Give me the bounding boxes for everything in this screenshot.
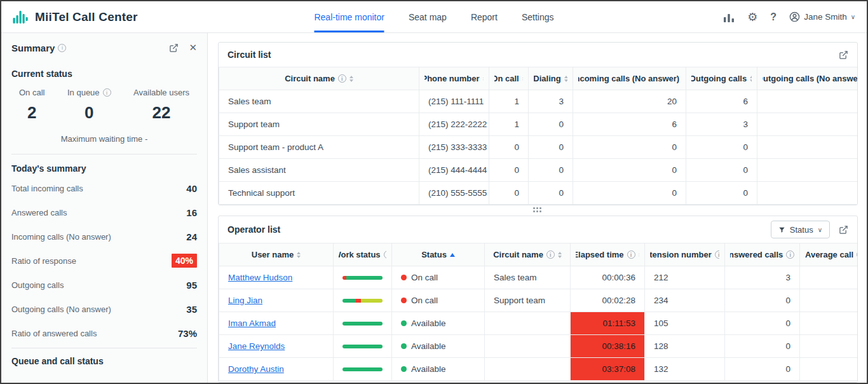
- circuit-name-cell: Support team - product A: [219, 136, 419, 159]
- work-status-cell: [334, 335, 392, 358]
- ratio-of-response-badge: 40%: [172, 254, 197, 268]
- status-cell: Available: [392, 312, 485, 335]
- sort-icon: [564, 76, 567, 82]
- col-user-name[interactable]: User name: [219, 243, 334, 266]
- elapsed-time-alert-cell: 00:38:16: [571, 335, 645, 358]
- summary-row: Outgoing calls 95: [11, 273, 197, 297]
- col-circuit-name[interactable]: Circuit name: [219, 67, 419, 90]
- operator-name-link[interactable]: Dorothy Austin: [228, 364, 284, 374]
- metric-on-call: On call 2: [19, 88, 44, 123]
- chevron-down-icon: ∨: [851, 13, 855, 20]
- summary-row-value: 40: [186, 183, 197, 194]
- summary-row: Incoming calls (No answer) 24: [11, 224, 197, 249]
- app-title: MiiTel Call Center: [35, 10, 138, 24]
- col-outgoing-no-answer[interactable]: Outgoing calls (No answer): [757, 67, 858, 90]
- metric-on-call-label: On call: [19, 88, 44, 97]
- work-status-bar: [342, 322, 383, 326]
- phone-cell: (210) 555-5555: [419, 182, 489, 205]
- elapsed-time-cell: 00:02:28: [571, 289, 645, 312]
- sort-icon: [349, 76, 353, 82]
- summary-close-icon[interactable]: ✕: [189, 42, 197, 53]
- sort-icon: [522, 76, 523, 82]
- col-status[interactable]: Status: [392, 243, 485, 266]
- info-icon[interactable]: [786, 250, 794, 259]
- col-incoming-no-answer[interactable]: Incoming calls (No answer): [573, 67, 686, 90]
- circuit-row: Support team (215) 222-2222 1 0 6 3: [219, 113, 858, 136]
- summary-open-external-icon[interactable]: [169, 43, 179, 53]
- analytics-chart-icon[interactable]: [723, 12, 735, 22]
- info-icon[interactable]: [546, 250, 555, 259]
- col-on-call[interactable]: On call: [489, 67, 529, 90]
- operator-name-link[interactable]: Matthew Hudson: [228, 273, 292, 282]
- operator-list-open-external-icon[interactable]: [839, 225, 848, 235]
- elapsed-time-alert-cell: 03:37:08: [571, 358, 645, 381]
- operator-name-link[interactable]: Iman Akmad: [228, 319, 276, 328]
- miitel-logo-icon: [13, 10, 29, 25]
- metric-in-queue-value: 0: [67, 103, 111, 123]
- status-filter-button[interactable]: Status ∨: [771, 221, 830, 238]
- sort-ascending-icon: [450, 253, 455, 257]
- work-status-cell: [334, 358, 392, 381]
- operator-row: Matthew Hudson On call Sales team 00:00:…: [219, 266, 858, 289]
- summary-sidebar: Summary ✕ Current status On call 2 In qu…: [1, 33, 208, 383]
- info-icon[interactable]: [715, 250, 719, 259]
- panel-resize-handle[interactable]: [218, 205, 858, 216]
- elapsed-time-alert-cell: 01:11:53: [571, 312, 645, 335]
- work-status-bar: [342, 367, 383, 371]
- work-status-cell: [334, 266, 392, 289]
- info-icon[interactable]: [627, 250, 635, 259]
- status-cell: On call: [392, 289, 485, 312]
- tab-report[interactable]: Report: [471, 1, 498, 32]
- tab-seat-map[interactable]: Seat map: [409, 1, 447, 32]
- work-status-cell: [334, 289, 392, 312]
- summary-row-value: 35: [186, 304, 197, 315]
- sort-icon: [750, 76, 752, 82]
- top-navbar: MiiTel Call Center Real-time monitor Sea…: [1, 1, 867, 33]
- col-outgoing-calls[interactable]: Outgoing calls: [686, 67, 757, 90]
- circuit-name-cell: Sales team: [219, 90, 419, 113]
- col-answered-calls[interactable]: Answered calls: [725, 243, 800, 266]
- col-dialing[interactable]: Dialing: [529, 67, 573, 90]
- operator-name-link[interactable]: Jane Reynolds: [228, 341, 285, 351]
- col-elapsed-time[interactable]: Elapsed time: [571, 243, 645, 266]
- sort-icon: [483, 76, 484, 82]
- col-extension-number[interactable]: Extension number: [645, 243, 725, 266]
- brand: MiiTel Call Center: [13, 10, 138, 25]
- tab-settings[interactable]: Settings: [522, 1, 554, 32]
- col-work-status[interactable]: Work status: [334, 243, 392, 266]
- phone-cell: (215) 333-3333: [419, 136, 489, 159]
- gear-icon[interactable]: ⚙: [747, 11, 757, 23]
- summary-row-value: 95: [186, 280, 197, 291]
- info-icon[interactable]: [857, 250, 858, 259]
- info-icon[interactable]: [384, 250, 386, 259]
- circuit-row: Sales assistant (215) 444-4444 0 0 0 0: [219, 159, 858, 182]
- operator-name-link[interactable]: Ling Jian: [228, 296, 262, 305]
- in-queue-info-icon[interactable]: [103, 88, 111, 97]
- summary-row: Ratio of response 40%: [11, 249, 197, 273]
- phone-cell: (215) 222-2222: [419, 113, 489, 136]
- work-status-bar: [342, 345, 383, 348]
- help-icon[interactable]: ?: [770, 12, 776, 22]
- col-phone-number[interactable]: Phone number: [419, 67, 489, 90]
- status-dot: [401, 298, 407, 303]
- summary-title: Summary: [11, 43, 55, 53]
- summary-info-icon[interactable]: [58, 44, 66, 52]
- circuit-list-open-external-icon[interactable]: [839, 50, 848, 60]
- col-circuit-name[interactable]: Circuit name: [485, 243, 571, 266]
- summary-header: Summary ✕: [11, 42, 197, 53]
- circuit-name-cell: Technical support: [219, 182, 419, 205]
- info-icon[interactable]: [338, 74, 346, 83]
- circuit-row: Support team - product A (215) 333-3333 …: [219, 136, 858, 159]
- status-cell: On call: [392, 266, 485, 289]
- current-status-metrics: On call 2 In queue 0 Available users 22: [11, 88, 197, 123]
- user-menu[interactable]: Jane Smith ∨: [789, 11, 855, 22]
- summary-row: Answered calls 16: [11, 200, 197, 224]
- queue-and-call-status-heading: Queue and call status: [11, 356, 197, 366]
- sort-icon: [558, 252, 562, 258]
- summary-row-value: 73%: [178, 328, 197, 339]
- summary-row: Total incoming calls 40: [11, 176, 197, 200]
- col-average-call[interactable]: Average call: [800, 243, 858, 266]
- funnel-icon: [778, 226, 785, 233]
- status-dot: [401, 366, 407, 372]
- tab-realtime-monitor[interactable]: Real-time monitor: [314, 1, 384, 32]
